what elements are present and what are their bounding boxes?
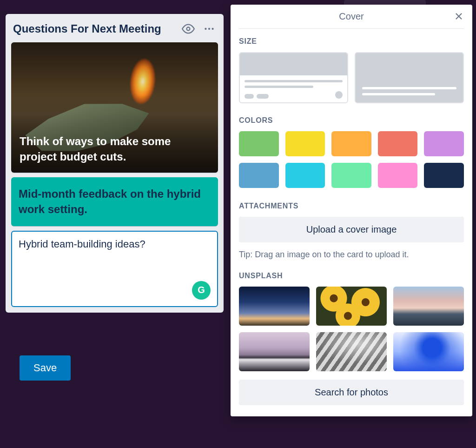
card-title: Mid-month feedback on the hybrid work se… [19,187,211,217]
colors-grid [239,131,464,188]
color-swatch-7[interactable] [331,163,371,188]
card-teal[interactable]: Mid-month feedback on the hybrid work se… [11,177,218,226]
cover-title: Cover [339,11,364,22]
unsplash-thumb-sunflowers[interactable] [316,287,387,326]
colors-section-label: COLORS [239,116,464,125]
unsplash-thumb-night-sky[interactable] [239,287,310,326]
card-cover-image: Think of ways to make some project budge… [11,42,218,173]
size-option-header[interactable] [239,52,348,103]
svg-point-3 [212,28,213,30]
more-icon[interactable] [203,23,215,35]
color-swatch-2[interactable] [331,131,371,156]
new-card-composer[interactable]: Hybrid team-building ideas? G [11,231,218,307]
size-options [239,52,464,103]
cover-header: Cover [239,11,464,29]
unsplash-thumb-architecture-curves[interactable] [316,332,387,371]
search-photos-button[interactable]: Search for photos [239,380,464,405]
color-swatch-6[interactable] [285,163,325,188]
save-button[interactable]: Save [20,355,71,381]
new-card-text[interactable]: Hybrid team-building ideas? [19,238,211,250]
unsplash-section-label: UNSPLASH [239,272,464,280]
attachments-section-label: ATTACHMENTS [239,202,464,210]
svg-point-2 [208,28,210,30]
unsplash-thumb-pink-sunset-sea[interactable] [393,287,464,326]
list-column: Questions For Next Meeting Think of ways… [6,14,224,313]
unsplash-thumb-snow-mountain[interactable] [239,332,310,371]
card-with-cover[interactable]: Think of ways to make some project budge… [11,42,218,173]
color-swatch-3[interactable] [378,131,418,156]
card-title: Think of ways to make some project budge… [20,134,210,164]
color-swatch-0[interactable] [239,131,279,156]
unsplash-thumb-blue-ink-water[interactable] [393,332,464,371]
svg-point-0 [187,27,190,31]
unsplash-grid [239,287,464,371]
cover-popover: Cover SIZE COLORS ATTACHMENTS Upload a c… [231,5,472,416]
close-icon[interactable] [454,11,464,23]
grammarly-icon[interactable]: G [192,281,211,300]
color-swatch-4[interactable] [424,131,464,156]
color-swatch-1[interactable] [285,131,325,156]
upload-cover-button[interactable]: Upload a cover image [239,217,464,242]
size-option-full[interactable] [355,52,464,103]
color-swatch-8[interactable] [378,163,418,188]
watch-icon[interactable] [182,22,195,35]
color-swatch-5[interactable] [239,163,279,188]
list-title[interactable]: Questions For Next Meeting [13,21,182,36]
list-header-icons [182,21,215,35]
list-header: Questions For Next Meeting [11,20,218,42]
size-section-label: SIZE [239,37,464,46]
upload-tip: Tip: Drag an image on to the card to upl… [239,250,464,260]
svg-point-1 [205,28,206,30]
color-swatch-9[interactable] [424,163,464,188]
